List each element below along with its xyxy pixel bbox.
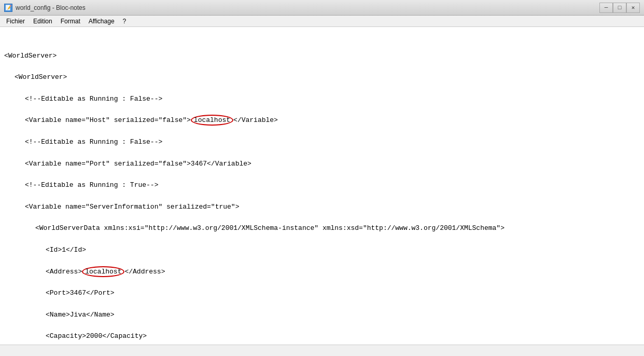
menu-help[interactable]: ? bbox=[119, 17, 131, 26]
line-5: <!--Editable as Running : False--> bbox=[4, 137, 640, 148]
line-6: <Variable name="Port" serialized="false"… bbox=[4, 159, 640, 170]
menu-format[interactable]: Format bbox=[57, 17, 85, 26]
status-bar bbox=[0, 345, 644, 356]
menu-fichier[interactable]: Fichier bbox=[2, 17, 29, 26]
close-button[interactable]: ✕ bbox=[626, 3, 640, 13]
title-bar: 📝 world_config - Bloc-notes ─ □ ✕ bbox=[0, 0, 644, 16]
menu-affichage[interactable]: Affichage bbox=[85, 17, 119, 26]
highlight-localhost-2: localhost bbox=[82, 266, 124, 277]
highlight-localhost-1: localhost bbox=[191, 115, 233, 126]
line-1: <WorldServer> bbox=[4, 51, 640, 62]
menu-bar: Fichier Edition Format Affichage ? bbox=[0, 16, 644, 27]
xml-content: <WorldServer> <WorldServer> <!--Editable… bbox=[4, 29, 640, 345]
window-title: world_config - Bloc-notes bbox=[16, 4, 86, 11]
line-10: <Id>1</Id> bbox=[4, 245, 640, 256]
minimize-button[interactable]: ─ bbox=[599, 3, 613, 13]
window-controls: ─ □ ✕ bbox=[599, 3, 640, 13]
line-9: <WorldServerData xmlns:xsi="http://www.w… bbox=[4, 223, 640, 234]
line-13: <Name>Jiva</Name> bbox=[4, 310, 640, 321]
line-3: <!--Editable as Running : False--> bbox=[4, 94, 640, 105]
content-wrapper: <WorldServer> <WorldServer> <!--Editable… bbox=[0, 27, 644, 345]
line-12: <Port>3467</Port> bbox=[4, 288, 640, 299]
app-icon: 📝 bbox=[4, 4, 12, 12]
line-2: <WorldServer> bbox=[4, 72, 640, 83]
menu-edition[interactable]: Edition bbox=[29, 17, 57, 26]
line-4: <Variable name="Host" serialized="false"… bbox=[4, 115, 640, 126]
line-11: <Address>localhost</Address> bbox=[4, 267, 640, 278]
maximize-button[interactable]: □ bbox=[613, 3, 626, 13]
text-area[interactable]: <WorldServer> <WorldServer> <!--Editable… bbox=[0, 27, 644, 345]
line-8: <Variable name="ServerInformation" seria… bbox=[4, 202, 640, 213]
line-14: <Capacity>2000</Capacity> bbox=[4, 331, 640, 342]
title-bar-left: 📝 world_config - Bloc-notes bbox=[4, 4, 86, 12]
line-7: <!--Editable as Running : True--> bbox=[4, 180, 640, 191]
